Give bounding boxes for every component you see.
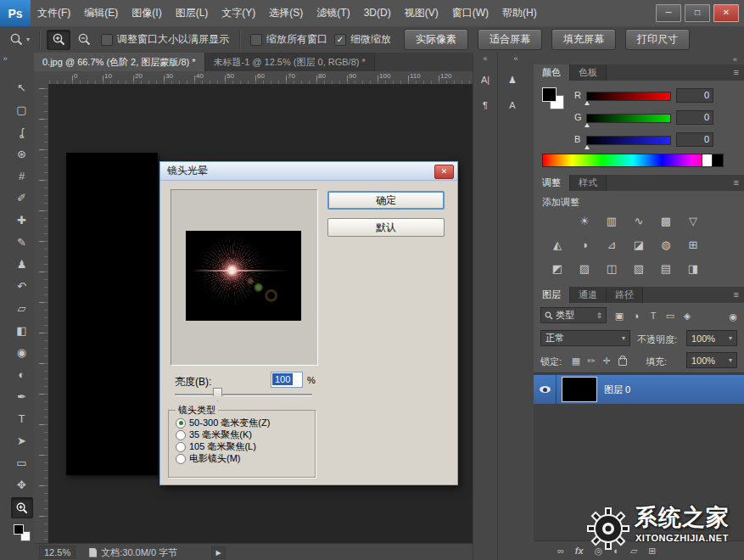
- menu-view[interactable]: 视图(V): [398, 0, 445, 26]
- maximize-button[interactable]: □: [685, 4, 710, 22]
- filter-type-layers-icon[interactable]: T: [646, 309, 661, 322]
- panel-menu-icon[interactable]: ≡: [734, 287, 739, 303]
- scrubby-zoom-checkbox[interactable]: ✓ 细微缩放: [334, 32, 391, 47]
- menu-filter[interactable]: 滤镜(T): [310, 0, 356, 26]
- filter-adjustment-layers-icon[interactable]: ◑: [629, 309, 644, 322]
- rectangle-shape-tool[interactable]: ▭: [12, 453, 31, 473]
- adjustment-icon[interactable]: ◑: [574, 237, 595, 254]
- expand-dock-icon[interactable]: »: [0, 53, 10, 64]
- document-tab-inactive[interactable]: 未标题-1 @ 12.5% (图层 0, RGB/8) *: [205, 53, 375, 71]
- zoom-all-windows-checkbox[interactable]: 缩放所有窗口: [250, 32, 327, 47]
- ruler-corner[interactable]: [34, 71, 49, 85]
- lens-option-35mm-prime[interactable]: 35 毫米聚焦(K): [176, 429, 252, 440]
- path-selection-tool[interactable]: ➤: [12, 431, 31, 451]
- brightness-slider-thumb[interactable]: [213, 388, 222, 401]
- filter-toggle-icon[interactable]: ◉: [729, 310, 737, 323]
- adjustment-icon[interactable]: ◩: [547, 260, 568, 277]
- clone-source-panel-icon[interactable]: ♟: [502, 70, 523, 90]
- adjustment-icon[interactable]: ▩: [656, 213, 676, 230]
- menu-select[interactable]: 选择(S): [262, 0, 310, 26]
- layer-thumbnail[interactable]: [562, 377, 597, 402]
- lens-option-105mm-prime[interactable]: 105 毫米聚焦(L): [176, 441, 256, 452]
- slider-thumb-icon[interactable]: [585, 101, 590, 105]
- fill-screen-button[interactable]: 填充屏幕: [551, 29, 616, 50]
- adjustment-icon[interactable]: ▧: [629, 260, 649, 277]
- menu-file[interactable]: 文件(F): [31, 0, 77, 26]
- slider-thumb-icon[interactable]: [585, 145, 590, 149]
- brightness-slider-track[interactable]: [175, 394, 312, 395]
- dialog-title-bar[interactable]: 镜头光晕 ✕: [160, 162, 457, 181]
- lock-transparent-pixels-icon[interactable]: ▦: [569, 354, 583, 367]
- zoom-level-field[interactable]: 12.5%: [39, 546, 76, 559]
- menu-edit[interactable]: 编辑(E): [77, 0, 125, 26]
- adjustment-icon[interactable]: ⊿: [601, 237, 622, 254]
- lasso-tool[interactable]: ʆ: [12, 122, 31, 142]
- zoom-in-button[interactable]: [47, 30, 70, 50]
- layer-name[interactable]: 图层 0: [604, 384, 630, 396]
- link-layers-icon[interactable]: ∞: [557, 541, 564, 560]
- foreground-color-swatch[interactable]: [542, 87, 557, 102]
- blur-tool[interactable]: ◉: [12, 343, 31, 362]
- tab-channels[interactable]: 通道: [570, 287, 607, 303]
- panel-menu-icon[interactable]: ≡: [734, 64, 739, 81]
- tab-swatches[interactable]: 色板: [570, 64, 607, 81]
- lock-position-icon[interactable]: ✛: [600, 354, 613, 367]
- menu-window[interactable]: 窗口(W): [445, 0, 495, 26]
- document-tab-active[interactable]: 0.jpg @ 66.7% (色阶 2, 图层蒙版/8) *: [34, 53, 205, 71]
- print-size-button[interactable]: 打印尺寸: [625, 29, 690, 50]
- rectangular-marquee-tool[interactable]: ▢: [12, 100, 31, 120]
- tab-paths[interactable]: 路径: [607, 287, 643, 303]
- quick-selection-tool[interactable]: ⊛: [12, 144, 31, 164]
- adjustment-icon[interactable]: ◍: [656, 237, 676, 254]
- blue-slider[interactable]: [586, 136, 671, 145]
- eyedropper-tool[interactable]: ✐: [12, 188, 31, 208]
- red-slider[interactable]: [586, 92, 671, 101]
- menu-3d[interactable]: 3D(D): [357, 0, 398, 26]
- green-value-field[interactable]: 0: [676, 110, 713, 125]
- close-button[interactable]: ✕: [713, 4, 739, 22]
- crop-tool[interactable]: #: [12, 166, 31, 186]
- opacity-dropdown[interactable]: 100% ▾: [686, 330, 737, 346]
- filter-type-dropdown[interactable]: 类型 ⇕: [540, 307, 607, 323]
- adjustment-icon[interactable]: ◭: [547, 237, 568, 254]
- hand-tool[interactable]: ✥: [12, 475, 31, 495]
- adjustment-icon[interactable]: ∿: [629, 213, 649, 230]
- filter-shape-layers-icon[interactable]: ▭: [663, 309, 678, 322]
- document-image[interactable]: [66, 153, 158, 475]
- menu-help[interactable]: 帮助(H): [495, 0, 544, 26]
- filter-pixel-layers-icon[interactable]: ▣: [612, 309, 627, 322]
- default-button[interactable]: 默认: [327, 218, 445, 237]
- ok-button[interactable]: 确定: [327, 191, 445, 210]
- move-tool[interactable]: ↖: [12, 78, 31, 98]
- gradient-tool[interactable]: ◧: [12, 321, 31, 340]
- adjustment-icon[interactable]: ▥: [601, 213, 622, 230]
- brightness-input[interactable]: 100: [271, 372, 303, 388]
- clone-stamp-tool[interactable]: ♟: [12, 255, 31, 274]
- fit-screen-button[interactable]: 适合屏幕: [478, 29, 542, 50]
- black-swatch[interactable]: [712, 154, 723, 166]
- adjustment-icon[interactable]: ◪: [629, 237, 649, 254]
- adjustment-icon[interactable]: ◨: [683, 260, 703, 277]
- menu-type[interactable]: 文字(Y): [215, 0, 262, 26]
- adjustment-icon[interactable]: ⊞: [683, 237, 703, 254]
- tab-adjustments[interactable]: 调整: [534, 175, 570, 191]
- adjustment-icon[interactable]: ▨: [574, 260, 595, 277]
- slider-thumb-icon[interactable]: [585, 123, 590, 127]
- blend-mode-dropdown[interactable]: 正常 ▾: [540, 330, 630, 346]
- collapse-dock-icon[interactable]: «: [498, 53, 534, 64]
- panel-menu-icon[interactable]: ≡: [734, 175, 739, 191]
- actual-pixels-button[interactable]: 实际像素: [404, 29, 468, 50]
- brush-tool[interactable]: ✎: [12, 232, 31, 252]
- adjustment-icon[interactable]: ▽: [683, 213, 703, 230]
- history-brush-tool[interactable]: ↶: [12, 277, 31, 296]
- lock-image-pixels-icon[interactable]: ✏: [585, 354, 598, 367]
- adjustment-icon[interactable]: ▤: [656, 260, 676, 277]
- blue-value-field[interactable]: 0: [676, 132, 713, 147]
- foreground-color-swatch[interactable]: [14, 524, 24, 535]
- menu-layer[interactable]: 图层(L): [169, 0, 215, 26]
- green-slider[interactable]: [586, 114, 671, 123]
- dialog-close-button[interactable]: ✕: [434, 165, 454, 179]
- layer-row-selected[interactable]: 图层 0: [534, 375, 744, 404]
- collapse-dock-icon[interactable]: «: [473, 53, 497, 64]
- red-value-field[interactable]: 0: [676, 88, 713, 103]
